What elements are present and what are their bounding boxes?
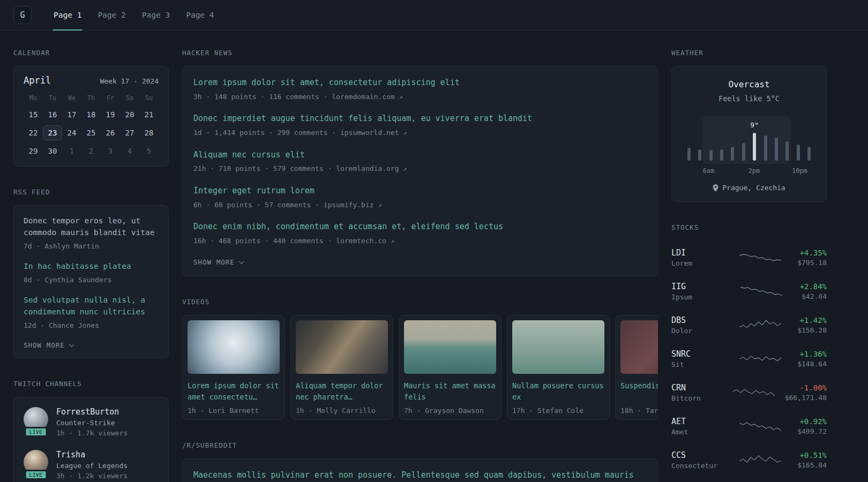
channel-avatar: LIVE [24, 407, 48, 432]
video-meta: 17h · Stefan Cole [512, 406, 604, 415]
weather-bar [764, 135, 767, 161]
twitch-channel-row[interactable]: LIVEForrestBurtonCounter-Strike1h · 1.7k… [24, 407, 159, 437]
tab-page-2[interactable]: Page 2 [89, 0, 133, 30]
rss-show-more-button[interactable]: SHOW MORE [24, 341, 73, 349]
video-card[interactable]: Aliquam tempor dolor nec pharetra…1h · M… [290, 315, 393, 420]
channel-name[interactable]: Trisha [56, 450, 128, 460]
weather-condition: Overcast [682, 79, 817, 89]
topbar: G Page 1Page 2Page 3Page 4 [0, 0, 868, 31]
stock-ticker: CCS [671, 450, 723, 460]
location-pin-icon [713, 184, 719, 192]
stock-row[interactable]: AHS+0.46% [671, 477, 827, 482]
video-card[interactable]: Suspendisse diam18h · Tara [615, 315, 658, 420]
stock-row[interactable]: AETAmet+0.92%$499.72 [671, 409, 827, 443]
twitch-channel-row[interactable]: LIVETrishaLeague of Legends3h · 1.2k vie… [24, 450, 159, 480]
weather-location: Prague, Czechia [722, 184, 785, 192]
video-meta: 1h · Lori Barnett [188, 406, 280, 415]
tab-page-3[interactable]: Page 3 [134, 0, 178, 30]
channel-info: TrishaLeague of Legends3h · 1.2k viewers [56, 450, 128, 480]
rss-item-link[interactable]: Donec tempor eros leo, ut commodo mauris… [24, 215, 159, 239]
channel-name[interactable]: ForrestBurton [56, 407, 128, 417]
chevron-down-icon [69, 342, 74, 347]
story-item: Maecenas mollis pulvinar erat non posuer… [193, 470, 647, 482]
weather-bar [687, 148, 691, 161]
hackernews-list: Lorem ipsum dolor sit amet, consectetur … [193, 77, 647, 246]
video-thumbnail[interactable] [404, 320, 496, 374]
story-title-link[interactable]: Aliquam nec cursus elit [193, 149, 647, 161]
story-title-link[interactable]: Donec enim nibh, condimentum et accumsan… [193, 221, 647, 233]
calendar-day: 4 [120, 144, 139, 159]
weather-bar [785, 141, 789, 161]
stock-name: Consectetur [671, 462, 723, 470]
stock-row[interactable]: CRNBitcorn-1.00%$66,171.48 [671, 375, 827, 409]
calendar-day: 1 [62, 144, 81, 159]
rss-item-link[interactable]: Sed volutpat nulla nisl, a condimentum n… [24, 295, 159, 318]
stock-values: +1.42%$156.28 [797, 316, 827, 334]
videos-widget-title: VIDEOS [182, 298, 658, 306]
stock-row[interactable]: DBSDolor+1.42%$156.28 [671, 308, 827, 342]
video-card[interactable]: Lorem ipsum dolor sit amet consectetu…1h… [182, 315, 285, 420]
rss-item: In hac habitasse platea8d · Cynthia Saun… [24, 261, 159, 285]
stock-values: +1.36%$148.64 [797, 350, 827, 368]
stock-id: CCSConsectetur [671, 450, 723, 470]
calendar-widget-title: CALENDAR [13, 49, 169, 57]
video-title-link[interactable]: Suspendisse diam [620, 380, 658, 403]
rss-item: Sed volutpat nulla nisl, a condimentum n… [24, 295, 159, 330]
stock-name: Sit [671, 360, 723, 368]
calendar-day: 21 [139, 107, 159, 122]
stock-ticker: IIG [671, 282, 723, 291]
video-thumbnail[interactable] [512, 320, 604, 374]
stock-row[interactable]: SNRCSit+1.36%$148.64 [671, 342, 827, 375]
tab-page-1[interactable]: Page 1 [46, 0, 89, 30]
story-title-link[interactable]: Maecenas mollis pulvinar erat non posuer… [193, 470, 647, 482]
stock-spark-wrap [739, 419, 782, 434]
calendar-weekday: Su [139, 92, 159, 104]
story-title-link[interactable]: Lorem ipsum dolor sit amet, consectetur … [193, 77, 647, 89]
stock-row[interactable]: LDILorem+4.35%$795.18 [671, 240, 827, 274]
calendar-day: 18 [81, 107, 101, 122]
video-thumbnail[interactable] [296, 320, 388, 374]
calendar-day: 23 [43, 125, 62, 140]
story-stats: 1d · 1,414 points · 299 comments · [193, 129, 340, 137]
video-thumbnail[interactable] [620, 320, 658, 374]
video-thumbnail[interactable] [188, 320, 280, 374]
stock-name: Dolor [671, 327, 723, 335]
video-card[interactable]: Mauris sit amet massa felis7h · Grayson … [399, 315, 502, 420]
story-title-link[interactable]: Integer eget rutrum lorem [193, 185, 647, 197]
stock-row[interactable]: IIGIpsum+2.84%$42.04 [671, 274, 827, 308]
story-domain-link[interactable]: ipsumworld.net ↗ [340, 129, 407, 137]
stock-id: IIGIpsum [671, 282, 723, 301]
tab-page-4[interactable]: Page 4 [178, 0, 222, 30]
story-stats: 3h · 148 points · 116 comments · [193, 93, 332, 101]
app-logo[interactable]: G [13, 6, 32, 24]
story-title-link[interactable]: Donec imperdiet augue tincidunt felis al… [193, 113, 647, 125]
story-domain-link[interactable]: loremtech.co ↗ [336, 237, 394, 245]
rss-item: Donec tempor eros leo, ut commodo mauris… [24, 215, 159, 251]
page-tabs: Page 1Page 2Page 3Page 4 [46, 0, 222, 30]
story-domain-link[interactable]: ipsumify.biz ↗ [324, 201, 382, 209]
stock-sparkline [739, 351, 782, 366]
weather-time-label: 2pm [749, 167, 760, 175]
videos-widget: VIDEOS Lorem ipsum dolor sit amet consec… [182, 298, 658, 420]
story-domain-link[interactable]: loremlandia.org ↗ [336, 164, 407, 172]
stock-row[interactable]: CCSConsectetur+0.51%$165.84 [671, 443, 827, 477]
calendar-day: 19 [101, 107, 120, 122]
hackernews-show-more-button[interactable]: SHOW MORE [193, 258, 243, 266]
stock-change: +1.36% [797, 350, 827, 358]
rss-item-link[interactable]: In hac habitasse platea [24, 261, 159, 273]
weather-bar [742, 143, 745, 161]
stock-values: +0.92%$499.72 [797, 417, 827, 435]
video-card[interactable]: Nullam posuere cursus ex17h · Stefan Col… [507, 315, 610, 420]
calendar-day: 5 [139, 144, 159, 159]
story-domain-link[interactable]: loremdomain.com ↗ [332, 93, 402, 101]
external-link-icon: ↗ [403, 165, 407, 172]
video-title-link[interactable]: Aliquam tempor dolor nec pharetra… [296, 380, 388, 403]
subreddit-card: Maecenas mollis pulvinar erat non posuer… [182, 458, 658, 482]
calendar-day: 2 [81, 144, 101, 159]
calendar-day: 26 [101, 125, 120, 140]
video-title-link[interactable]: Lorem ipsum dolor sit amet consectetu… [188, 380, 280, 403]
stock-sparkline [739, 318, 782, 333]
video-title-link[interactable]: Nullam posuere cursus ex [512, 380, 604, 403]
weather-card: Overcast Feels like 5°C 9° 6am2pm10pm Pr… [671, 66, 827, 202]
video-title-link[interactable]: Mauris sit amet massa felis [404, 380, 496, 403]
